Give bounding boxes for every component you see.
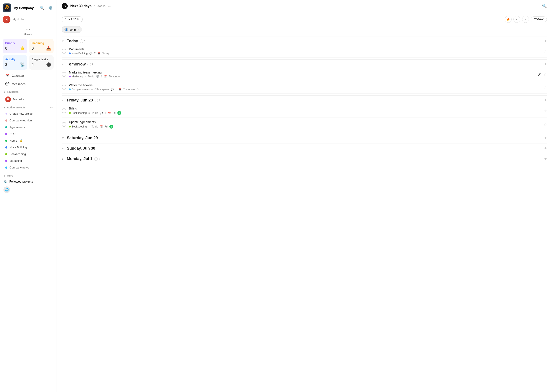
- user-filter-tag[interactable]: 👤 John ✕: [62, 26, 82, 33]
- single-tasks-card[interactable]: Single tasks 4 ⚫: [29, 55, 54, 70]
- update-agreements-section-icon: ≡: [88, 125, 90, 128]
- sidebar-item-company-reunion[interactable]: Company reunion: [2, 117, 54, 124]
- billing-date: Fri: [113, 112, 116, 114]
- billing-project: Bookkeeping: [69, 112, 86, 114]
- task-item-water-flowers[interactable]: Water the flowers Company news ≡ Office …: [62, 81, 547, 94]
- water-flowers-comment-count: 1: [115, 88, 117, 91]
- fri-jun-28-add-button[interactable]: +: [544, 98, 547, 103]
- next-button[interactable]: ›: [522, 16, 529, 23]
- sidebar-item-nova-building[interactable]: Nova Building: [2, 144, 54, 150]
- sidebar-item-company-news[interactable]: Company news: [2, 164, 54, 171]
- tomorrow-toggle[interactable]: ▼: [62, 63, 65, 66]
- sidebar-item-bookkeeping[interactable]: Bookkeeping: [2, 151, 54, 157]
- settings-button[interactable]: ⚙️: [47, 5, 54, 11]
- search-button[interactable]: 🔍: [39, 5, 45, 11]
- activity-icon: 📡: [20, 62, 25, 67]
- my-tasks-label: My tasks: [13, 98, 24, 101]
- messages-icon: 💬: [5, 82, 10, 86]
- water-flowers-repeat-icon: ↻: [136, 88, 139, 91]
- water-flowers-project: Company news: [69, 88, 90, 91]
- sidebar-item-create-new-project[interactable]: ＋ Create new project: [2, 111, 54, 117]
- documents-checkbox[interactable]: [62, 49, 66, 54]
- mon-jul-1-title: Monday, Jul 1: [67, 157, 93, 161]
- task-item-update-agreements[interactable]: Update agreements Bookkeeping ≡ To-do 📅 …: [62, 118, 547, 131]
- billing-meta: Bookkeeping ≡ To-do 💬 1 📅 Fri S: [69, 111, 541, 115]
- sidebar-item-seo[interactable]: SEO: [2, 131, 54, 137]
- mon-jul-1-toggle[interactable]: ▶: [62, 157, 65, 161]
- task-item-documents[interactable]: Documents Nova Building 💬 2 📅 Today ☆: [62, 45, 547, 58]
- activity-card[interactable]: Activity 2 📡: [3, 55, 27, 70]
- sidebar-item-calendar[interactable]: 📅 Calendar: [2, 72, 54, 79]
- header-icon: ◑: [62, 3, 68, 9]
- sun-jun-30-toggle[interactable]: ▼: [62, 147, 65, 150]
- header-search-button[interactable]: 🔍: [542, 4, 547, 8]
- billing-star[interactable]: ☆: [544, 109, 547, 113]
- task-item-billing[interactable]: Billing Bookkeeping ≡ To-do 💬 1 📅 Fri S: [62, 104, 547, 118]
- documents-info: Documents Nova Building 💬 2 📅 Today: [69, 48, 541, 55]
- marketing-meeting-checkbox[interactable]: [62, 72, 66, 77]
- fire-button[interactable]: 🔥: [505, 16, 512, 23]
- water-flowers-name: Water the flowers: [69, 84, 541, 87]
- sidebar-item-my-tasks[interactable]: N My tasks: [2, 95, 54, 104]
- task-group-sun-jun-30: ▼ Sunday, Jun 30 +: [62, 144, 547, 152]
- incoming-row: 0 📥: [32, 46, 51, 51]
- priority-card[interactable]: Priority 0 ⭐: [3, 39, 27, 53]
- water-flowers-meta: Company news ≡ Office space 💬 1 📅 Tomorr…: [69, 88, 541, 91]
- company-news-label: Company news: [10, 166, 29, 169]
- more-toggle[interactable]: ▼ More: [3, 174, 13, 177]
- favorites-toggle[interactable]: ▼ Favorites: [3, 91, 18, 93]
- tomorrow-add-button[interactable]: +: [544, 62, 547, 67]
- sat-jun-29-add-button[interactable]: +: [544, 135, 547, 140]
- marketing-meeting-date-icon: 📅: [104, 75, 107, 78]
- avatar[interactable]: N: [3, 16, 10, 23]
- documents-project-dot: [69, 52, 71, 54]
- header-more-button[interactable]: ···: [108, 4, 111, 8]
- incoming-card[interactable]: Incoming 0 📥: [29, 39, 54, 53]
- water-flowers-star[interactable]: ☆: [544, 85, 547, 89]
- home-lock-icon: 🔒: [20, 139, 23, 142]
- company-news-dot: [5, 167, 7, 169]
- activity-count: 2: [5, 63, 7, 67]
- task-item-marketing-meeting[interactable]: Marketing team meeting Marketing ≡ To-do…: [62, 68, 547, 81]
- today-toggle[interactable]: ▼: [62, 40, 65, 43]
- active-projects-more-icon[interactable]: ···: [50, 105, 53, 110]
- favorites-more-icon[interactable]: ···: [50, 90, 53, 94]
- update-agreements-project: Bookkeeping: [69, 125, 86, 128]
- sidebar-item-messages[interactable]: 💬 Messages: [2, 80, 54, 88]
- mon-jul-1-count-circle: [94, 157, 98, 161]
- water-flowers-checkbox[interactable]: [62, 85, 66, 90]
- update-agreements-checkbox[interactable]: [62, 122, 66, 127]
- today-button[interactable]: TODAY: [531, 16, 547, 22]
- bookkeeping-dot: [5, 153, 7, 155]
- globe-button[interactable]: 🌐: [3, 186, 10, 193]
- marketing-label: Marketing: [10, 159, 22, 162]
- documents-star[interactable]: ☆: [544, 49, 547, 53]
- update-agreements-name: Update agreements: [69, 120, 541, 124]
- active-projects-toggle[interactable]: ▼ Active projects: [3, 106, 26, 109]
- update-agreements-star[interactable]: ☆: [544, 123, 547, 127]
- fri-jun-28-toggle[interactable]: ▼: [62, 99, 65, 102]
- sidebar-item-followed-projects[interactable]: 📡 Followed projects: [0, 178, 56, 185]
- update-agreements-project-name: Bookkeeping: [72, 125, 86, 128]
- manage-icon: ···: [26, 27, 31, 32]
- manage-button[interactable]: ··· Manage: [0, 25, 56, 37]
- marketing-meeting-section: To-do: [88, 75, 94, 78]
- sidebar-item-marketing[interactable]: Marketing: [2, 158, 54, 164]
- marketing-meeting-star[interactable]: ☆: [544, 72, 547, 77]
- billing-section-icon: ≡: [88, 112, 90, 114]
- task-group-fri-jun-28: ▼ Friday, Jun 28 2 + Billing Bookkeeping: [62, 95, 547, 131]
- sat-jun-29-toggle[interactable]: ▼: [62, 137, 65, 140]
- mon-jul-1-add-button[interactable]: +: [544, 156, 547, 161]
- billing-checkbox[interactable]: [62, 108, 66, 113]
- filter-icons: 🔥 ‹ › TODAY: [505, 16, 547, 23]
- update-agreements-date: Fri: [105, 125, 108, 128]
- sidebar-item-home[interactable]: Home 🔒: [2, 137, 54, 144]
- today-add-button[interactable]: +: [544, 39, 547, 44]
- sun-jun-30-add-button[interactable]: +: [544, 146, 547, 151]
- user-tag-close-icon[interactable]: ✕: [77, 28, 79, 31]
- month-badge[interactable]: JUNE 2024: [62, 16, 83, 22]
- sidebar-item-agreements[interactable]: Agreements: [2, 124, 54, 130]
- prev-button[interactable]: ‹: [513, 16, 520, 23]
- today-count-num: 1: [84, 39, 86, 43]
- company-logo[interactable]: [3, 3, 11, 12]
